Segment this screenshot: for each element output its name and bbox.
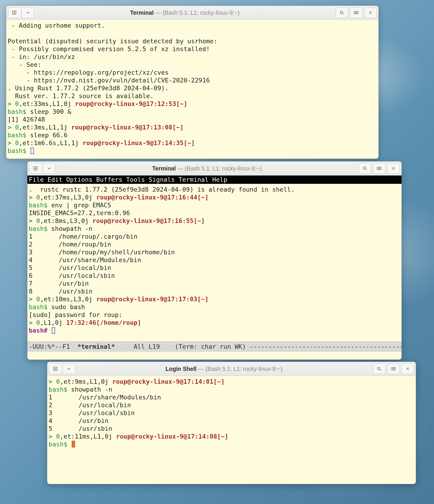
chevron-down-icon [66,366,72,371]
window-title: Login Shell — (Bash 5.1: L1: rocky-linux… [75,366,373,372]
search-icon [339,10,344,15]
close-icon [368,11,372,15]
cursor [72,441,75,448]
cursor [52,327,55,334]
svg-point-3 [340,11,343,14]
emacs-menu-bar[interactable]: File Edit Options Buffers Tools Signals … [27,176,401,184]
window-title: Terminal — (Bash 5.1: L1: rocky-linux-9:… [55,165,359,172]
search-icon [377,366,382,371]
close-button[interactable] [387,163,400,174]
terminal-output[interactable]: . rustc rustc 1.77.2 (25ef9e3d8 2024-04-… [27,184,401,341]
emacs-minibuffer[interactable] [27,352,401,360]
hamburger-icon [377,166,381,171]
new-tab-button[interactable] [29,163,41,174]
emacs-modeline: -UUU:%*--F1 *terminal* All L19 (Term: ch… [27,341,401,352]
chevron-down-icon [25,10,30,15]
titlebar[interactable]: Login Shell — (Bash 5.1: L1: rocky-linux… [47,362,416,376]
close-button[interactable] [364,7,377,18]
close-icon [391,166,396,171]
hamburger-menu-button[interactable] [350,7,362,18]
search-button[interactable] [373,363,385,374]
close-button[interactable] [401,363,414,374]
titlebar[interactable]: Terminal — (Bash 5.1: L1: rocky-linux-9:… [6,6,379,20]
svg-point-17 [378,367,380,370]
hamburger-icon [391,367,396,371]
svg-line-4 [343,13,344,15]
tab-menu-button[interactable] [43,163,55,174]
svg-line-18 [380,369,381,371]
new-tab-button[interactable] [49,363,61,374]
terminal-output[interactable]: - Adding usrhome support. Potential (dis… [6,20,379,159]
new-tab-icon [33,166,38,171]
chevron-down-icon [46,166,52,171]
terminal-window-3[interactable]: Login Shell — (Bash 5.1: L1: rocky-linux… [47,362,416,484]
search-button[interactable] [336,7,348,18]
svg-point-10 [363,167,366,169]
terminal-window-2[interactable]: Terminal — (Bash 5.1: L1: rocky-linux-9:… [27,161,402,360]
titlebar[interactable]: Terminal — (Bash 5.1: L1: rocky-linux-9:… [27,162,401,176]
tab-menu-button[interactable] [22,7,34,18]
close-icon [406,367,410,371]
tab-menu-button[interactable] [63,363,75,374]
terminal-window-1[interactable]: Terminal — (Bash 5.1: L1: rocky-linux-9:… [6,6,379,159]
new-tab-icon [12,10,17,15]
hamburger-menu-button[interactable] [387,363,400,374]
new-tab-button[interactable] [8,7,20,18]
svg-line-11 [366,169,367,170]
hamburger-icon [354,11,358,15]
terminal-output[interactable]: > 0,et:9ms,L1,0j roup@rocky-linux-9@17:1… [47,376,416,484]
search-icon [362,166,367,171]
search-button[interactable] [359,163,371,174]
window-title: Terminal — (Bash 5.1: L1: rocky-linux-9:… [34,9,336,16]
hamburger-menu-button[interactable] [373,163,385,174]
new-tab-icon [53,366,58,371]
cursor [31,148,34,154]
